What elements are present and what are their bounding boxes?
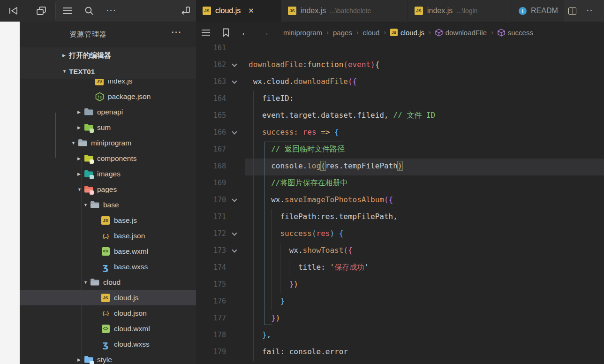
- code-line-171[interactable]: 171 filePath:res.tempFilePath,: [196, 209, 604, 226]
- code-line-175[interactable]: 175 }): [196, 277, 604, 294]
- svg-text:js: js: [97, 95, 102, 99]
- breadcrumb-item-success[interactable]: success: [498, 29, 533, 37]
- explorer-more-icon[interactable]: ···: [172, 28, 182, 37]
- editor-tab-index-js[interactable]: JSindex.js...\batchdelete: [281, 0, 408, 22]
- breadcrumb-item-miniprogram[interactable]: miniprogram: [283, 29, 322, 37]
- code-line-161[interactable]: 161: [196, 43, 604, 57]
- code-token: =>: [321, 128, 330, 136]
- indent-guide: [271, 209, 272, 311]
- breadcrumb-item-downloadfile[interactable]: downloadFile: [435, 29, 487, 37]
- chevron-down-icon[interactable]: ▼: [71, 141, 78, 145]
- tree-item-cloud-wxss[interactable]: ʒcloud.wxss: [20, 336, 196, 352]
- tree-item-cloud[interactable]: ▼cloud: [20, 274, 196, 290]
- editor-tab-readm[interactable]: iREADM: [512, 0, 565, 22]
- folder-open-icon: [90, 278, 99, 287]
- code-line-163[interactable]: 163 wx.cloud.downloadFile({: [196, 74, 604, 91]
- section-open-editors[interactable]: ▶ 打开的编辑器: [20, 47, 196, 63]
- code-token: {: [375, 60, 380, 69]
- tree-item-label: base.js: [114, 216, 137, 225]
- code-line-167[interactable]: 167 // 返回临时文件路径: [196, 142, 604, 159]
- code-token: fail: console.error: [249, 347, 348, 356]
- code-line-174[interactable]: 174 title: '保存成功': [196, 260, 604, 277]
- tree-item-base-json[interactable]: {...}base.json: [20, 228, 196, 243]
- editor-tab-index-js[interactable]: JSindex.js...\login: [408, 0, 512, 22]
- back-arrow-icon[interactable]: ←: [235, 22, 255, 43]
- code-line-180[interactable]: 180 }): [196, 361, 604, 364]
- tree-item-package-json[interactable]: jspackage.json: [20, 89, 196, 104]
- code-token: success: [280, 229, 311, 238]
- fold-chevron-icon[interactable]: [232, 78, 237, 83]
- code-line-165[interactable]: 165 event.target.dataset.fileid, // 文件 I…: [196, 108, 604, 125]
- search-icon[interactable]: [81, 0, 98, 22]
- code-token: downloadFile: [249, 60, 303, 69]
- tree-item-sum[interactable]: ▶sum: [20, 120, 196, 135]
- code-line-162[interactable]: 162downloadFile:function(event){: [196, 57, 604, 74]
- tree-item-cloud-js[interactable]: JScloud.js: [20, 290, 196, 305]
- collapse-sidebar-icon[interactable]: [177, 0, 194, 22]
- chevron-right-icon[interactable]: ▶: [77, 172, 84, 176]
- code-token: [334, 229, 339, 238]
- tree-item-cloud-wxml[interactable]: <>cloud.wxml: [20, 321, 196, 336]
- fold-chevron-icon[interactable]: [232, 247, 237, 252]
- code-token: event: [348, 60, 370, 69]
- list-icon[interactable]: [59, 0, 75, 22]
- js-file-icon: JS: [203, 7, 211, 15]
- breadcrumb-item-cloud[interactable]: cloud: [363, 29, 380, 37]
- js-file-icon: JS: [288, 7, 296, 15]
- code-line-166[interactable]: 166 success: res => {: [196, 125, 604, 142]
- tree-item-images[interactable]: ▶images: [20, 166, 196, 182]
- code-line-178[interactable]: 178 },: [196, 327, 604, 344]
- chevron-down-icon[interactable]: ▼: [77, 187, 84, 192]
- tree-item-base-wxss[interactable]: ʒbase.wxss: [20, 259, 196, 274]
- code-line-164[interactable]: 164 fileID:: [196, 91, 604, 108]
- outline-icon[interactable]: [196, 22, 216, 43]
- sidebar-scrollbar[interactable]: [55, 113, 56, 158]
- code-line-179[interactable]: 179 fail: console.error: [196, 344, 604, 361]
- tree-item-base-wxml[interactable]: <>base.wxml: [20, 243, 196, 259]
- tab-label: cloud.js: [215, 7, 241, 15]
- tree-item-base-js[interactable]: JSbase.js: [20, 212, 196, 228]
- code-line-168[interactable]: 168 console.log(res.tempFilePath): [196, 159, 604, 175]
- chevron-right-icon[interactable]: ▶: [77, 357, 84, 362]
- section-workspace[interactable]: ▼ TEXT01: [20, 63, 196, 79]
- tree-item-style[interactable]: ▶style: [20, 352, 196, 364]
- code-text: fail: console.error: [249, 347, 348, 356]
- tree-item-pages[interactable]: ▼pages: [20, 182, 196, 197]
- tree-item-base[interactable]: ▼base: [20, 197, 196, 212]
- tree-item-index-js[interactable]: JSindex.js: [20, 79, 196, 89]
- chevron-right-icon[interactable]: ▶: [77, 110, 84, 114]
- editor-tab-cloud-js[interactable]: JScloud.js✕: [196, 0, 281, 22]
- tree-item-cloud-json[interactable]: {...}cloud.json: [20, 305, 196, 321]
- windows-icon[interactable]: [33, 0, 50, 22]
- code-line-172[interactable]: 172 success(res) {: [196, 226, 604, 243]
- breadcrumb-item-pages[interactable]: pages: [333, 29, 352, 37]
- fold-chevron-icon[interactable]: [232, 197, 237, 202]
- fold-chevron-icon[interactable]: [232, 230, 237, 235]
- forward-arrow-icon[interactable]: →: [255, 22, 275, 43]
- chevron-down-icon[interactable]: ▼: [83, 203, 90, 207]
- close-icon[interactable]: ✕: [248, 7, 254, 15]
- editor-more-icon[interactable]: ··: [587, 7, 594, 15]
- chevron-right-icon[interactable]: ▶: [77, 156, 84, 161]
- chevron-right-icon[interactable]: ▶: [77, 125, 84, 130]
- code-token: ({: [348, 77, 357, 86]
- more-icon[interactable]: ···: [103, 0, 120, 22]
- tree-item-components[interactable]: ▶components: [20, 151, 196, 166]
- code-token: // 返回临时文件路径: [271, 144, 345, 153]
- code-line-177[interactable]: 177 }): [196, 311, 604, 327]
- code-line-176[interactable]: 176 }: [196, 294, 604, 311]
- folder-open-icon: [90, 200, 99, 210]
- breadcrumb-item-cloud-js[interactable]: JScloud.js: [390, 29, 424, 37]
- code-editor[interactable]: 161162downloadFile:function(event){163 w…: [196, 43, 604, 364]
- fold-chevron-icon[interactable]: [232, 129, 237, 134]
- tree-item-miniprogram[interactable]: ▼miniprogram: [20, 135, 196, 151]
- bookmark-icon[interactable]: [216, 22, 235, 43]
- tree-item-openapi[interactable]: ▶openapi: [20, 104, 196, 120]
- split-editor-icon[interactable]: [568, 8, 576, 15]
- code-line-170[interactable]: 170 wx.saveImageToPhotosAlbum({: [196, 192, 604, 209]
- fold-chevron-icon[interactable]: [232, 61, 237, 67]
- code-line-173[interactable]: 173 wx.showToast({: [196, 243, 604, 260]
- chevron-down-icon[interactable]: ▼: [83, 280, 90, 285]
- code-line-169[interactable]: 169 //将图片保存在相册中: [196, 175, 604, 192]
- simulator-icon[interactable]: [6, 0, 22, 22]
